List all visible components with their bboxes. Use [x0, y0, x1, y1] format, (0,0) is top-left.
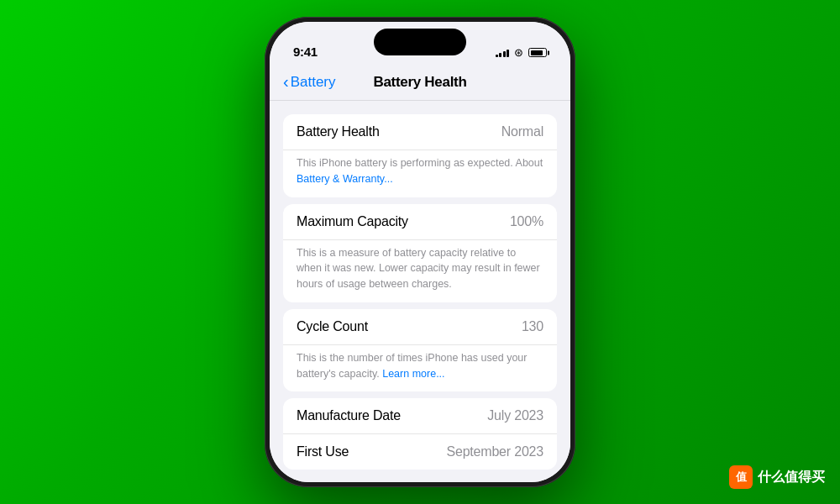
manufacture-date-row: Manufacture Date July 2023 — [283, 398, 557, 434]
battery-health-value: Normal — [501, 124, 543, 139]
maximum-capacity-note: This is a measure of battery capacity re… — [283, 240, 557, 302]
battery-health-section: Battery Health Normal This iPhone batter… — [283, 114, 557, 197]
status-time: 9:41 — [293, 45, 318, 59]
navigation-bar: ‹ Battery Battery Health — [270, 64, 570, 101]
manufacture-date-value: July 2023 — [487, 408, 543, 423]
battery-status-icon — [528, 48, 547, 57]
phone-screen: 9:41 ⊛ ‹ Battery Battery Hea — [270, 22, 570, 482]
battery-health-label: Battery Health — [297, 124, 380, 139]
battery-health-row: Battery Health Normal — [283, 114, 557, 150]
maximum-capacity-section: Maximum Capacity 100% This is a measure … — [283, 204, 557, 302]
battery-warranty-link[interactable]: Battery & Warranty... — [297, 173, 393, 185]
phone-frame: 9:41 ⊛ ‹ Battery Battery Hea — [265, 17, 575, 487]
maximum-capacity-row: Maximum Capacity 100% — [283, 204, 557, 240]
dynamic-island — [374, 29, 466, 55]
first-use-row: First Use September 2023 — [283, 434, 557, 470]
page-title: Battery Health — [373, 74, 466, 91]
maximum-capacity-label: Maximum Capacity — [297, 214, 408, 229]
back-label[interactable]: Battery — [291, 74, 336, 91]
cycle-count-note: This is the number of times iPhone has u… — [283, 345, 557, 392]
watermark-text: 什么值得买 — [758, 469, 825, 486]
cycle-count-label: Cycle Count — [297, 319, 368, 334]
battery-health-note: This iPhone battery is performing as exp… — [283, 150, 557, 197]
maximum-capacity-value: 100% — [510, 214, 543, 229]
signal-icon — [496, 48, 510, 57]
learn-more-link[interactable]: Learn more... — [382, 368, 444, 380]
back-button[interactable]: ‹ Battery — [283, 74, 336, 91]
status-icons: ⊛ — [496, 46, 548, 59]
status-bar: 9:41 ⊛ — [270, 22, 570, 64]
cycle-count-value: 130 — [522, 319, 543, 334]
wifi-icon: ⊛ — [514, 46, 523, 59]
manufacture-date-label: Manufacture Date — [297, 408, 401, 423]
first-use-value: September 2023 — [446, 444, 543, 459]
cycle-count-section: Cycle Count 130 This is the number of ti… — [283, 309, 557, 392]
dates-section: Manufacture Date July 2023 First Use Sep… — [283, 398, 557, 470]
back-chevron-icon: ‹ — [283, 73, 289, 90]
content-area: Battery Health Normal This iPhone batter… — [270, 101, 570, 482]
cycle-count-row: Cycle Count 130 — [283, 309, 557, 345]
watermark: 值 什么值得买 — [729, 465, 825, 489]
first-use-label: First Use — [297, 444, 349, 459]
watermark-badge: 值 — [729, 465, 753, 489]
